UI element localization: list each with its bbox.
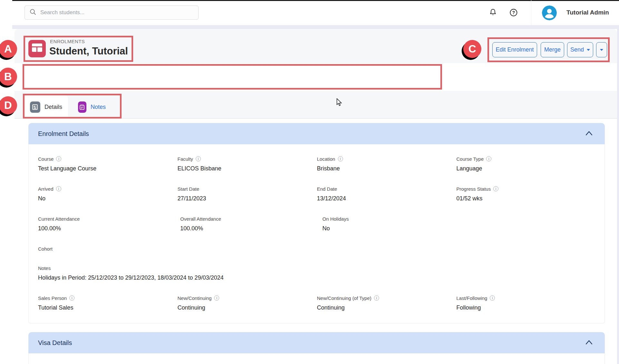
field-cohort: Cohort (38, 246, 180, 252)
field-new-continuing: New/ContinuingiContinuing (178, 295, 317, 311)
field-end-date: End Date13/12/2024 (317, 186, 457, 202)
field-row: Sales PersoniTutorial SalesNew/Continuin… (38, 295, 596, 311)
event-note-icon (78, 101, 86, 113)
field-label: Progress Statusi (457, 186, 596, 192)
user-name: Tutorial Admin (566, 0, 609, 25)
field-current-attendance: Current Attendance100.00% (38, 216, 180, 232)
enrolments-module-icon (28, 40, 46, 57)
page-background-band (12, 25, 619, 29)
field-value: 01/52 wks (457, 195, 596, 202)
field-arrived: ArrivediNo (38, 186, 178, 202)
field-label: On Holidays (322, 216, 465, 222)
info-icon[interactable]: i (214, 295, 219, 301)
field-label: Coursei (38, 156, 178, 162)
field-value: 100.00% (180, 225, 322, 232)
field-row: ArrivediNoStart Date27/11/2023End Date13… (38, 186, 596, 202)
field-value: 13/12/2024 (317, 195, 457, 202)
field-label: Notes (38, 265, 223, 271)
enrolment-summary-strip: Enrol No.1157StatusCurrentProgress Statu… (15, 63, 617, 91)
more-actions-dropdown-button[interactable] (596, 42, 607, 57)
field-label: Overall Attendance (180, 216, 322, 222)
search-icon (29, 8, 36, 17)
info-icon[interactable]: i (56, 186, 61, 191)
field-label: New/Continuingi (178, 295, 317, 301)
field-label: Current Attendance (38, 216, 180, 222)
tab-notes[interactable]: Notes (72, 95, 112, 119)
field-new-continuing-of-type-: New/Continuing (of Type)iContinuing (317, 295, 457, 311)
field-row: Current Attendance100.00%Overall Attenda… (38, 216, 596, 232)
field-location: LocationiBrisbane (317, 156, 457, 172)
edit-enrolment-button[interactable]: Edit Enrolment (492, 42, 537, 57)
field-course: CourseiTest Language Course (38, 156, 178, 172)
info-icon[interactable]: i (69, 295, 74, 301)
field-start-date: Start Date27/11/2023 (178, 186, 317, 202)
field-label: Start Date (178, 186, 317, 192)
field-value: No (322, 225, 465, 232)
field-label: New/Continuing (of Type)i (317, 295, 457, 301)
tab-details[interactable]: Details (24, 95, 68, 119)
field-overall-attendance: Overall Attendance100.00% (180, 216, 322, 232)
field-label: Cohort (38, 246, 180, 252)
article-icon (30, 101, 40, 113)
user-avatar[interactable] (542, 5, 557, 20)
visa-details-title: Visa Details (38, 339, 72, 347)
info-icon[interactable]: i (338, 156, 343, 161)
search-input[interactable] (40, 9, 194, 16)
field-value: 27/11/2023 (178, 195, 317, 202)
field-notes: NotesHolidays in Period: 25/12/2023 to 2… (38, 265, 223, 282)
enrolment-details-panel-header[interactable]: Enrolment Details (28, 123, 605, 144)
field-label: Arrivedi (38, 186, 178, 192)
info-icon[interactable]: i (490, 295, 495, 301)
module-eyebrow: ENROLMENTS (50, 39, 85, 44)
field-value: Continuing (317, 304, 457, 311)
tab-notes-label: Notes (91, 104, 106, 110)
field-last-following: Last/FollowingiFollowing (457, 295, 596, 311)
send-dropdown-button[interactable]: Send (567, 42, 593, 57)
field-value: Following (457, 304, 596, 311)
tab-details-label: Details (44, 104, 62, 110)
info-icon[interactable]: i (374, 295, 379, 301)
scroll-track[interactable] (617, 29, 619, 364)
field-value: No (38, 195, 178, 202)
field-label: Sales Personi (38, 295, 178, 301)
field-label: End Date (317, 186, 457, 192)
info-icon[interactable]: i (486, 156, 491, 161)
field-value: Language (457, 165, 596, 172)
window-top-edge (12, 0, 619, 1)
chevron-up-icon[interactable] (585, 131, 593, 137)
info-icon[interactable]: i (196, 156, 201, 161)
visa-details-panel-body (28, 353, 605, 364)
caret-down-icon (600, 49, 603, 51)
help-icon[interactable]: ? (508, 7, 519, 18)
field-value: ELICOS Bisbane (178, 165, 317, 172)
visa-details-panel-header[interactable]: Visa Details (28, 332, 605, 353)
field-value: Holidays in Period: 25/12/2023 to 29/12/… (38, 274, 223, 282)
search-box (25, 5, 199, 20)
topbar-divider (531, 0, 531, 25)
info-icon[interactable]: i (493, 186, 498, 191)
top-bar: ? Tutorial Admin (0, 0, 619, 25)
enrolment-details-title: Enrolment Details (38, 130, 89, 138)
notifications-bell-icon[interactable] (487, 7, 498, 18)
page-title: Student, Tutorial (49, 45, 128, 57)
field-value: Brisbane (317, 165, 457, 172)
field-value: Tutorial Sales (38, 304, 178, 311)
field-row: NotesHolidays in Period: 25/12/2023 to 2… (38, 265, 596, 282)
svg-text:?: ? (512, 10, 515, 15)
chevron-up-icon[interactable] (585, 340, 593, 346)
field-course-type: Course TypeiLanguage (457, 156, 596, 172)
field-label: Locationi (317, 156, 457, 162)
merge-button[interactable]: Merge (541, 42, 564, 57)
field-on-holidays: On HolidaysNo (322, 216, 465, 232)
field-row: Cohort (38, 246, 596, 252)
caret-down-icon (587, 49, 590, 51)
field-value: 100.00% (38, 225, 180, 232)
field-sales-person: Sales PersoniTutorial Sales (38, 295, 178, 311)
info-icon[interactable]: i (56, 156, 61, 161)
field-label: Course Typei (457, 156, 596, 162)
field-row: CourseiTest Language CourseFacultyiELICO… (38, 156, 596, 172)
field-label: Facultyi (178, 156, 317, 162)
field-value: Test Language Course (38, 165, 178, 172)
field-faculty: FacultyiELICOS Bisbane (178, 156, 317, 172)
field-value: Continuing (178, 304, 317, 311)
